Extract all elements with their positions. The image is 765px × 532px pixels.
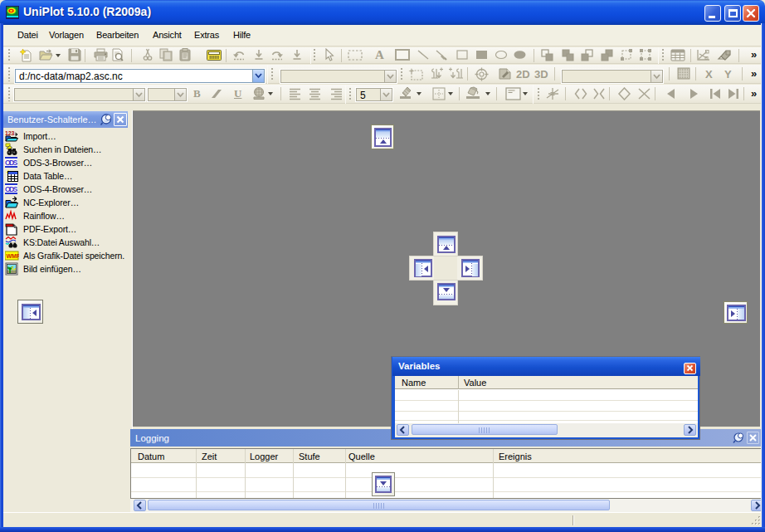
svg-text:ODS: ODS bbox=[5, 185, 17, 193]
svg-text:123: 123 bbox=[5, 130, 15, 136]
svg-text:WMF: WMF bbox=[7, 253, 20, 259]
svg-text:ODS: ODS bbox=[5, 159, 17, 167]
